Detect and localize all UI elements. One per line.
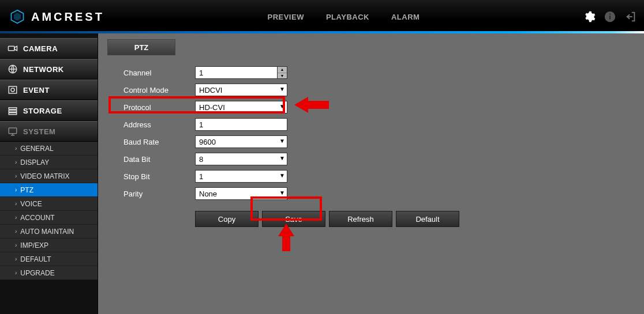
sidebar-label: SYSTEM [23,127,55,136]
chevron-right-icon: › [15,173,17,179]
svg-rect-5 [9,46,15,51]
control-mode-select[interactable]: HDCVI [195,84,287,96]
sidebar-sub-voice[interactable]: ›VOICE [0,197,98,211]
sidebar-sub-account[interactable]: ›ACCOUNT [0,211,98,225]
svg-marker-15 [278,224,294,251]
nav-playback[interactable]: PLAYBACK [326,13,369,21]
chevron-right-icon: › [15,159,17,165]
brand-hex-icon [9,9,25,25]
svg-rect-4 [609,14,611,15]
sidebar-sub-video-matrix[interactable]: ›VIDEO MATRIX [0,169,98,183]
default-button[interactable]: Default [396,211,459,227]
label-data-bit: Data Bit [123,155,195,164]
header: AMCREST PREVIEW PLAYBACK ALARM [0,0,644,33]
copy-button[interactable]: Copy [195,211,259,227]
svg-rect-12 [9,113,17,115]
channel-input[interactable] [195,66,277,79]
sidebar-item-network[interactable]: NETWORK [0,59,98,80]
sidebar-label: STORAGE [23,107,62,115]
sidebar-sub-upgrade[interactable]: ›UPGRADE [0,266,98,280]
tab-strip: PTZ [107,39,635,55]
sidebar-item-system[interactable]: SYSTEM [0,121,98,142]
sidebar-submenu-system: ›GENERAL ›DISPLAY ›VIDEO MATRIX ›PTZ ›VO… [0,142,98,280]
sidebar: CAMERA NETWORK EVENT STORAGE SYSTEM [0,33,98,314]
system-icon [7,126,18,137]
chevron-right-icon: › [15,228,17,234]
sidebar-item-event[interactable]: EVENT [0,80,98,100]
label-protocol: Protocol [123,103,195,112]
sidebar-sub-ptz[interactable]: ›PTZ [0,183,98,197]
nav-alarm[interactable]: ALARM [391,13,420,21]
chevron-right-icon: › [15,214,17,221]
camera-icon [7,43,18,54]
chevron-right-icon: › [15,187,17,193]
annotation-arrow-protocol [294,96,329,114]
settings-icon[interactable] [583,10,596,23]
svg-marker-14 [294,97,329,113]
data-bit-select[interactable]: 8 [195,153,287,165]
sidebar-sub-imp-exp[interactable]: ›IMP/EXP [0,239,98,252]
chevron-right-icon: › [15,270,17,276]
label-channel: Channel [123,69,195,77]
sidebar-sub-default[interactable]: ›DEFAULT [0,252,98,266]
brand-name: AMCREST [31,10,104,24]
sidebar-sub-auto-maintain[interactable]: ›AUTO MAINTAIN [0,225,98,239]
label-baud-rate: Baud Rate [123,138,195,146]
svg-rect-3 [609,16,611,19]
annotation-arrow-save [277,224,295,251]
stepper-down-icon[interactable]: ▼ [278,73,287,79]
svg-rect-13 [9,128,17,134]
sidebar-label: CAMERA [23,44,58,53]
action-button-row: Copy Save Refresh Default [195,211,635,227]
logout-icon[interactable] [624,10,637,23]
storage-icon [7,105,18,116]
chevron-right-icon: › [15,256,17,262]
refresh-button[interactable]: Refresh [329,211,392,227]
top-nav: PREVIEW PLAYBACK ALARM [104,13,583,21]
event-icon [7,84,18,96]
sidebar-sub-general[interactable]: ›GENERAL [0,142,98,156]
sidebar-label: NETWORK [23,65,64,74]
svg-rect-8 [9,86,17,93]
top-icons [583,10,637,23]
sidebar-sub-display[interactable]: ›DISPLAY [0,156,98,169]
sidebar-label: EVENT [23,86,50,94]
chevron-right-icon: › [15,242,17,248]
parity-select[interactable]: None [195,187,287,200]
svg-marker-6 [14,46,17,51]
tab-ptz[interactable]: PTZ [107,39,175,55]
stop-bit-select[interactable]: 1 [195,170,287,183]
stepper-up-icon[interactable]: ▲ [278,67,287,73]
svg-rect-11 [9,110,17,112]
ptz-form: Channel ▲ ▼ Control Mode HDCVI [107,65,635,227]
svg-point-9 [11,88,14,92]
chevron-right-icon: › [15,200,17,207]
label-stop-bit: Stop Bit [123,172,195,181]
baud-rate-select[interactable]: 9600 [195,135,287,148]
sidebar-item-camera[interactable]: CAMERA [0,38,98,59]
svg-marker-1 [14,13,21,21]
network-icon [7,63,18,75]
label-parity: Parity [123,190,195,198]
label-address: Address [123,120,195,129]
label-control-mode: Control Mode [123,86,195,94]
address-input[interactable] [195,118,287,131]
nav-preview[interactable]: PREVIEW [267,13,304,21]
brand-logo: AMCREST [9,9,104,25]
protocol-select[interactable]: HD-CVI [195,101,287,114]
sidebar-item-storage[interactable]: STORAGE [0,100,98,121]
tab-label: PTZ [134,43,149,52]
chevron-right-icon: › [15,145,17,152]
channel-stepper[interactable]: ▲ ▼ [195,66,287,79]
info-icon[interactable] [604,10,616,23]
svg-rect-10 [9,108,17,109]
content-area: PTZ Channel ▲ ▼ Control Mode [98,33,644,314]
